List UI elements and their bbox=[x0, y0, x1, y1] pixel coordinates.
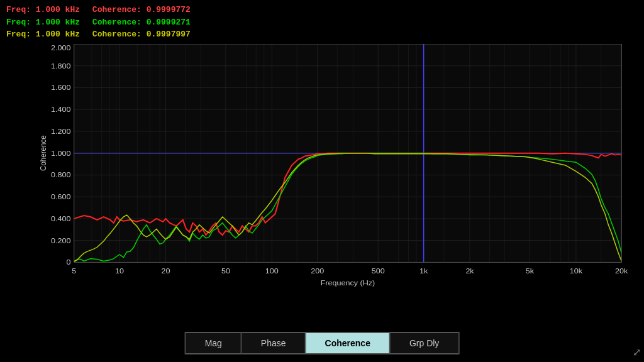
svg-text:20: 20 bbox=[161, 266, 170, 275]
tab-bar: Mag Phase Coherence Grp Dly bbox=[185, 332, 460, 354]
freq-line-1: Freq: 1.000 kHz Coherence: 0.9999772 bbox=[6, 4, 191, 16]
tab-phase[interactable]: Phase bbox=[242, 332, 306, 354]
svg-text:1.200: 1.200 bbox=[51, 127, 71, 135]
svg-text:0: 0 bbox=[66, 258, 70, 266]
header-info: Freq: 1.000 kHz Coherence: 0.9999772 Fre… bbox=[0, 0, 197, 45]
svg-text:Coherence: Coherence bbox=[38, 135, 48, 171]
svg-text:1.000: 1.000 bbox=[51, 149, 71, 157]
coh-3-label: Coherence: 0.9997997 bbox=[92, 30, 191, 39]
svg-text:1.600: 1.600 bbox=[51, 84, 71, 92]
svg-text:0.400: 0.400 bbox=[51, 214, 71, 222]
svg-text:10k: 10k bbox=[570, 266, 583, 275]
coh-1-label: Coherence: 0.9999772 bbox=[92, 5, 191, 14]
resize-icon: ⤢ bbox=[633, 346, 641, 359]
chart-svg: 0 0.200 0.400 0.600 0.800 1.000 1.200 1.… bbox=[38, 44, 631, 287]
svg-text:1.800: 1.800 bbox=[51, 62, 71, 70]
svg-text:2.000: 2.000 bbox=[51, 44, 71, 52]
freq-2-label: Freq: 1.000 kHz bbox=[6, 18, 80, 27]
svg-text:Frequency (Hz): Frequency (Hz) bbox=[321, 279, 375, 287]
svg-text:10: 10 bbox=[115, 266, 124, 275]
freq-line-3: Freq: 1.000 kHz Coherence: 0.9997997 bbox=[6, 28, 191, 41]
svg-text:0.200: 0.200 bbox=[51, 236, 71, 244]
chart-container: 0 0.200 0.400 0.600 0.800 1.000 1.200 1.… bbox=[0, 38, 644, 312]
tab-mag[interactable]: Mag bbox=[186, 332, 242, 354]
tab-grp-dly[interactable]: Grp Dly bbox=[390, 332, 458, 354]
svg-text:50: 50 bbox=[221, 266, 230, 275]
svg-text:0.800: 0.800 bbox=[51, 171, 71, 179]
tab-coherence[interactable]: Coherence bbox=[306, 332, 390, 354]
svg-text:100: 100 bbox=[265, 266, 279, 275]
svg-text:500: 500 bbox=[372, 266, 385, 275]
svg-text:200: 200 bbox=[311, 266, 324, 275]
freq-3-label: Freq: 1.000 kHz bbox=[6, 30, 80, 39]
freq-1-label: Freq: 1.000 kHz bbox=[6, 5, 80, 14]
svg-text:1.400: 1.400 bbox=[51, 106, 71, 114]
svg-text:5: 5 bbox=[72, 266, 76, 275]
svg-text:2k: 2k bbox=[465, 266, 474, 275]
svg-text:0.600: 0.600 bbox=[51, 193, 71, 201]
coh-2-label: Coherence: 0.9999271 bbox=[92, 18, 191, 27]
svg-text:5k: 5k bbox=[526, 266, 535, 275]
svg-text:1k: 1k bbox=[419, 266, 428, 275]
svg-text:20k: 20k bbox=[615, 266, 628, 275]
freq-line-2: Freq: 1.000 kHz Coherence: 0.9999271 bbox=[6, 16, 191, 29]
